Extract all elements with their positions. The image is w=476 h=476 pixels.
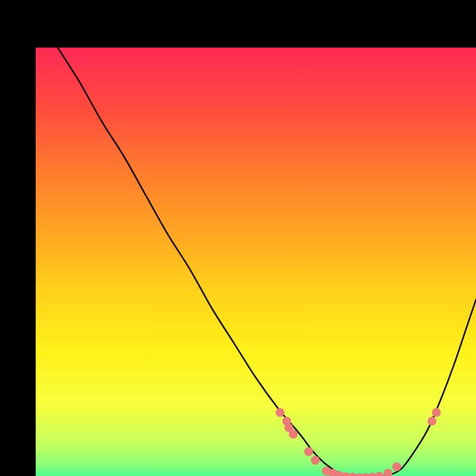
data-marker xyxy=(392,462,401,471)
data-marker xyxy=(304,447,313,456)
data-marker xyxy=(432,408,441,417)
data-marker xyxy=(289,430,298,439)
chart-background xyxy=(36,48,476,476)
data-marker xyxy=(275,408,284,417)
chart-frame xyxy=(0,0,476,476)
chart-plot-area xyxy=(36,48,476,476)
data-marker xyxy=(311,456,320,465)
chart-svg xyxy=(36,48,476,476)
data-marker xyxy=(428,416,437,425)
